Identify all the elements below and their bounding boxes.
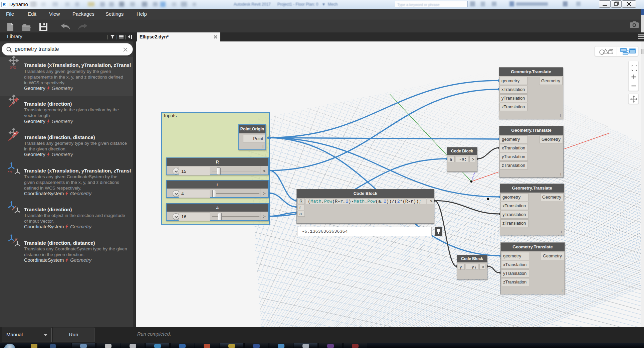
svg-text:XYZ: XYZ: [10, 66, 16, 69]
svg-text:|: |: [116, 34, 118, 39]
svg-text:|: |: [107, 34, 108, 39]
svg-text:XYZ: XYZ: [8, 170, 12, 173]
svg-text:|: |: [125, 34, 126, 39]
